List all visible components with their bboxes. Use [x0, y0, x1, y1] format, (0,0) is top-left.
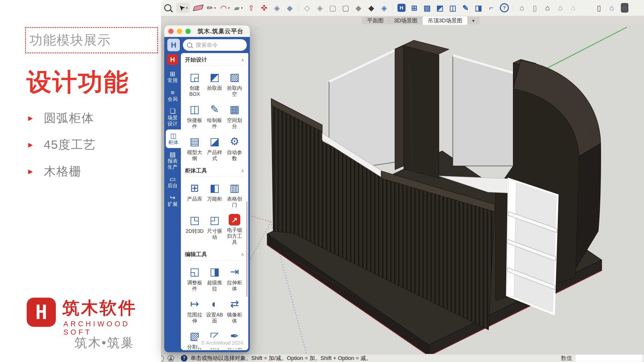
scene-tabs: 平面图3D场景图吊顶3D场景图▼ — [361, 17, 480, 24]
model-outline-icon: ▤ — [185, 135, 204, 148]
house-light-icon[interactable]: ⌂ — [569, 3, 578, 13]
set-ab-face-icon: ◐ — [205, 298, 224, 310]
cut-corner-icon[interactable]: ⌐ — [487, 3, 496, 13]
rail-scene-design[interactable]: ❏场景设计 — [164, 105, 181, 129]
tool-mirror-cabinet[interactable]: ⇄镜像柜体 — [225, 298, 244, 324]
scene-tabs-dropdown[interactable]: ▼ — [467, 18, 479, 23]
house-3d-icon[interactable]: ⌂ — [518, 3, 526, 13]
eraser-tool-icon[interactable] — [194, 3, 203, 13]
tool-create-box[interactable]: ◲创建BOX — [185, 71, 204, 97]
product-library-icon[interactable]: ⊞ — [410, 3, 419, 13]
pick-inner-space-icon: ▨ — [225, 71, 244, 83]
house-gray-icon[interactable]: ⌂ — [556, 3, 565, 13]
plugin-scrollbar[interactable] — [246, 201, 248, 297]
house-outline-dark-icon[interactable]: ⌂ — [543, 3, 552, 13]
tool-table-create-door[interactable]: ▥表格创门 — [225, 182, 244, 208]
tool-set-ab-face[interactable]: ◐设置AB面 — [205, 298, 224, 324]
bullet-triangle-icon: ▶ — [28, 141, 44, 148]
chevron-up-icon[interactable]: ∧ — [241, 57, 244, 63]
status-help-icon[interactable]: ? — [181, 355, 187, 361]
declutter-icon[interactable] — [161, 355, 165, 361]
section-title: 开始设计 — [185, 56, 207, 64]
cabinet-icon[interactable]: ▯ — [531, 3, 539, 13]
minimize-button[interactable] — [177, 29, 182, 34]
tool-esaw-squaring-tool[interactable]: ↗电子锯归方工具 — [225, 214, 244, 245]
person-icon[interactable] — [168, 355, 174, 361]
tool-auto-params[interactable]: ⚙自动参数 — [225, 135, 244, 161]
chevron-up-icon[interactable]: ∧ — [241, 252, 244, 257]
tool-range-stretch[interactable]: ↦范围拉伸 — [185, 298, 204, 324]
style-hiddenline-icon[interactable]: ▢ — [341, 3, 350, 13]
tool-pick-inner-space[interactable]: ▨拾取内空 — [225, 71, 244, 97]
rail-scene-design-icon: ❏ — [164, 108, 181, 115]
tool-quick-panel[interactable]: ◫快捷板件 — [185, 103, 204, 129]
rail-home-icon[interactable]: H — [167, 54, 178, 65]
tool-universal-cabinet[interactable]: ◧万能柜 — [205, 182, 224, 208]
style-xray-icon[interactable]: ◇ — [303, 3, 311, 13]
section-title: 柜体工具 — [185, 167, 207, 174]
rail-backend[interactable]: ▭后台 — [164, 173, 181, 191]
tool-product-library[interactable]: ⊞产品库 — [185, 182, 204, 208]
plugin-titlebar[interactable]: 筑木.筑巢云平台 — [164, 25, 250, 37]
rail-global[interactable]: ≡全局 — [164, 86, 181, 105]
line-tool-icon[interactable]: ✏▾ — [207, 3, 216, 13]
paint-tool-icon[interactable]: ◆ — [286, 3, 294, 13]
tool-stretch-cabinet[interactable]: ⇥拉伸柜体 — [225, 265, 244, 292]
archiwood-home-icon[interactable]: H — [397, 3, 406, 13]
tool-adjust-panel[interactable]: ◱调整板件 — [185, 265, 204, 292]
super-pushpull-icon[interactable]: ◨ — [474, 3, 483, 13]
status-bar: ? 单击或拖动以选择对象。Shift = 加/减。Option = 加。Shif… — [161, 354, 644, 362]
rail-report-production[interactable]: ▤报表生产 — [164, 148, 181, 173]
measurement-input[interactable] — [576, 355, 642, 362]
tool-space-divide[interactable]: ▦空间划分 — [225, 103, 244, 129]
tab-ceiling-3d-scene[interactable]: 吊顶3D场景图 — [423, 16, 467, 25]
pick-face-icon[interactable]: ◩ — [436, 3, 444, 13]
bullet-triangle-icon: ▶ — [28, 168, 44, 175]
rail-common[interactable]: ⊞常用 — [164, 68, 181, 86]
house-white-icon[interactable]: ⌂ — [582, 3, 590, 13]
rectangle-tool-icon[interactable]: ▰▾ — [234, 3, 243, 13]
command-search[interactable] — [183, 39, 247, 51]
house-blue-icon[interactable]: ⌂ — [608, 3, 616, 13]
draw-panel-icon[interactable]: ✎ — [461, 3, 470, 13]
chevron-up-icon[interactable]: ∧ — [241, 168, 244, 173]
select-tool-icon[interactable]: ➤▾ — [176, 3, 190, 13]
house-active-icon[interactable]: ⌂ — [620, 3, 629, 13]
tab-3d-scene[interactable]: 3D场景图 — [389, 16, 423, 25]
arc-tool-icon[interactable]: ◠▾ — [220, 3, 230, 13]
2d-to-3d-icon: ◳ — [185, 214, 204, 227]
tab-plan-view[interactable]: 平面图 — [362, 16, 389, 25]
table-create-door-icon: ▥ — [225, 182, 244, 194]
tool-draw-panel[interactable]: ✎绘制板件 — [205, 103, 224, 129]
rotate-tool-icon[interactable]: ◈ — [273, 3, 281, 13]
tool-model-outline[interactable]: ▤模型大纲 — [185, 135, 204, 161]
tool-super-pushpull[interactable]: ◨超级推拉 — [205, 265, 224, 292]
style-textured-icon[interactable]: ◈ — [380, 3, 388, 13]
zoom-tool-icon[interactable] — [164, 3, 172, 13]
tool-dimension-drive[interactable]: ◰尺寸驱动 — [205, 214, 224, 245]
rail-extension[interactable]: ↪扩展 — [164, 191, 181, 210]
close-button[interactable] — [168, 29, 174, 34]
quick-panel-icon[interactable]: ◫ — [449, 3, 457, 13]
style-shaded-icon[interactable]: ◆ — [354, 3, 363, 13]
zoom-button[interactable] — [185, 29, 191, 34]
door-outline-icon[interactable]: ▯ — [595, 3, 603, 13]
rail-cabinet[interactable]: ◫柜体 — [166, 129, 181, 148]
tool-2d-to-3d[interactable]: ◳2D转3D — [185, 214, 204, 245]
cabinet-model — [267, 40, 602, 354]
help-icon[interactable]: ? — [500, 3, 509, 13]
pushpull-tool-icon[interactable]: ⇧ — [247, 3, 256, 13]
main-toolbar: ➤▾✏▾◠▾▰▾⇧✜◈◆◇◈▢▢◆◆◈H⊞▨◩◫✎◨⌐?⌂▯⌂⌂⌂⌂▯⌂⌂ — [161, 0, 644, 16]
tool-pick-face[interactable]: ◩拾取面 — [205, 71, 224, 97]
rail-extension-icon: ↪ — [164, 194, 181, 201]
auto-params-icon: ⚙ — [225, 135, 244, 148]
section-title: 编辑工具 — [185, 251, 207, 258]
style-wireframe-icon[interactable]: ▢ — [329, 3, 337, 13]
style-backedges-icon[interactable]: ◈ — [316, 3, 324, 13]
tool-product-style[interactable]: ◪产品样式 — [205, 135, 224, 161]
move-tool-icon[interactable]: ✜ — [260, 3, 268, 13]
pick-inner-space-icon[interactable]: ▨ — [423, 3, 431, 13]
style-monochrome-icon[interactable]: ◆ — [367, 3, 376, 13]
search-input[interactable] — [195, 41, 243, 49]
plugin-content: 开始设计∧◲创建BOX◩拾取面▨拾取内空◫快捷板件✎绘制板件▦空间划分▤模型大纲… — [181, 53, 248, 350]
